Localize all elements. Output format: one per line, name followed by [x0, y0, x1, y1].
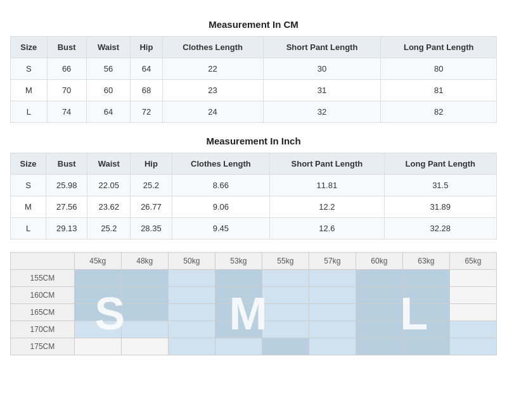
inch-title: Measurement In Inch [10, 136, 497, 146]
cm-data-cell: 64 [131, 58, 162, 80]
cm-data-row: L746472243282 [11, 101, 497, 123]
cm-header-cell: Hip [131, 37, 162, 58]
inch-data-row: M27.5623.6226.779.0612.231.89 [11, 196, 497, 218]
size-grid-cell [215, 304, 262, 321]
inch-section: Measurement In Inch SizeBustWaistHipClot… [10, 136, 497, 239]
cm-section: Measurement In CM SizeBustWaistHipClothe… [10, 19, 497, 123]
size-grid-cell [262, 338, 309, 355]
cm-data-cell: 81 [381, 80, 497, 101]
size-grid-cell [74, 338, 121, 355]
cm-data-cell: 74 [47, 101, 86, 123]
inch-data-cell: 22.05 [87, 175, 131, 196]
cm-header-cell: Short Pant Length [263, 37, 381, 58]
cm-data-cell: 68 [131, 80, 162, 101]
inch-data-cell: 32.28 [384, 218, 496, 239]
inch-data-cell: 12.2 [270, 196, 384, 218]
inch-data-cell: 31.5 [384, 175, 496, 196]
inch-header-cell: Clothes Length [172, 153, 270, 175]
inch-data-cell: 27.56 [46, 196, 87, 218]
cm-data-cell: 22 [162, 58, 263, 80]
size-grid-header-cell: 57kg [309, 253, 356, 270]
cm-header-cell: Bust [47, 37, 86, 58]
size-grid-cell [402, 304, 449, 321]
inch-data-cell: M [11, 196, 46, 218]
size-grid-header-cell: 63kg [402, 253, 449, 270]
inch-header-cell: Long Pant Length [384, 153, 496, 175]
inch-data-cell: 8.66 [172, 175, 270, 196]
cm-data-cell: 70 [47, 80, 86, 101]
cm-table: SizeBustWaistHipClothes LengthShort Pant… [10, 36, 497, 123]
size-grid-height-label: 160CM [11, 287, 75, 304]
size-grid-cell [74, 270, 121, 287]
size-grid-cell [262, 304, 309, 321]
size-grid-cell [309, 270, 356, 287]
size-grid-cell [121, 287, 168, 304]
cm-data-cell: 72 [131, 101, 162, 123]
inch-data-cell: 25.98 [46, 175, 87, 196]
size-grid-cell [356, 321, 402, 338]
size-chart-section: 45kg48kg50kg53kg55kg57kg60kg63kg65kg 155… [10, 252, 497, 355]
size-grid-cell [74, 287, 121, 304]
size-grid-cell [168, 304, 215, 321]
size-grid-cell [356, 270, 402, 287]
inch-header-cell: Size [11, 153, 46, 175]
size-grid-cell [402, 270, 449, 287]
size-grid-cell [168, 270, 215, 287]
cm-header-row: SizeBustWaistHipClothes LengthShort Pant… [11, 37, 497, 58]
size-grid-cell [215, 338, 262, 355]
size-chart-wrapper: 45kg48kg50kg53kg55kg57kg60kg63kg65kg 155… [10, 252, 497, 355]
size-grid-cell [449, 321, 496, 338]
cm-data-cell: 32 [263, 101, 381, 123]
size-grid-height-label: 165CM [11, 304, 75, 321]
size-grid-header-cell [11, 253, 75, 270]
size-grid-cell [262, 287, 309, 304]
size-grid-cell [121, 270, 168, 287]
cm-data-cell: 66 [47, 58, 86, 80]
size-grid-cell [215, 287, 262, 304]
size-grid-cell [121, 338, 168, 355]
inch-data-cell: S [11, 175, 46, 196]
cm-data-cell: 24 [162, 101, 263, 123]
size-grid-cell [402, 321, 449, 338]
size-grid-cell [121, 321, 168, 338]
cm-data-cell: M [11, 80, 48, 101]
size-grid-cell [74, 321, 121, 338]
size-grid-cell [449, 287, 496, 304]
size-grid-row: 165CM [11, 304, 497, 321]
cm-data-cell: L [11, 101, 48, 123]
inch-data-cell: 26.77 [131, 196, 172, 218]
size-grid-header-cell: 53kg [215, 253, 262, 270]
size-grid-cell [356, 287, 402, 304]
size-grid-cell [215, 321, 262, 338]
cm-header-cell: Clothes Length [162, 37, 263, 58]
size-grid-cell [309, 321, 356, 338]
size-grid-row: 160CM [11, 287, 497, 304]
cm-data-cell: 60 [86, 80, 131, 101]
inch-data-cell: 31.89 [384, 196, 496, 218]
size-grid-cell [74, 304, 121, 321]
cm-data-cell: 56 [86, 58, 131, 80]
inch-data-cell: 12.6 [270, 218, 384, 239]
inch-header-cell: Waist [87, 153, 131, 175]
size-grid-cell [402, 338, 449, 355]
size-grid-cell [168, 338, 215, 355]
cm-data-row: M706068233181 [11, 80, 497, 101]
size-grid-row: 175CM [11, 338, 497, 355]
size-grid-height-label: 155CM [11, 270, 75, 287]
inch-data-cell: 9.06 [172, 196, 270, 218]
size-grid-cell [449, 338, 496, 355]
size-grid-cell [356, 304, 402, 321]
size-grid-height-label: 170CM [11, 321, 75, 338]
cm-header-cell: Size [11, 37, 48, 58]
size-grid-cell [449, 270, 496, 287]
inch-data-cell: 28.35 [131, 218, 172, 239]
inch-data-cell: 25.2 [131, 175, 172, 196]
cm-header-cell: Long Pant Length [381, 37, 497, 58]
size-grid-cell [309, 304, 356, 321]
size-grid-cell [215, 270, 262, 287]
inch-data-cell: 9.45 [172, 218, 270, 239]
size-grid-header-cell: 48kg [121, 253, 168, 270]
size-grid-height-label: 175CM [11, 338, 75, 355]
inch-data-cell: 29.13 [46, 218, 87, 239]
cm-data-cell: 30 [263, 58, 381, 80]
